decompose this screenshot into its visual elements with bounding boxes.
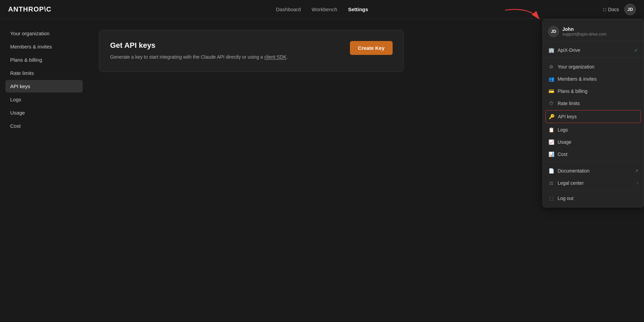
dropdown-avatar: JD bbox=[548, 26, 559, 37]
top-nav: ANTHROP\C Dashboard Workbench Settings □… bbox=[0, 0, 644, 19]
sidebar-item-logs[interactable]: Logs bbox=[5, 93, 83, 106]
dropdown-plans-billing[interactable]: 💳 Plans & billing bbox=[543, 85, 644, 97]
dropdown-nav-section: ⚙ Your organization 👥 Members & invites … bbox=[543, 59, 644, 162]
dropdown-members-label: Members & invites bbox=[558, 76, 597, 82]
dropdown-logout[interactable]: ⬚ Log out bbox=[543, 192, 644, 204]
sidebar-item-plans-billing[interactable]: Plans & billing bbox=[5, 54, 83, 66]
sidebar-item-cost[interactable]: Cost bbox=[5, 120, 83, 132]
building-icon: 🏢 bbox=[548, 47, 554, 53]
dropdown-api-keys[interactable]: 🔑 API keys bbox=[545, 110, 641, 123]
dropdown-logs-label: Logs bbox=[558, 127, 568, 133]
dropdown-user-info: John support@apix-drive.com bbox=[562, 26, 606, 37]
docs-label: Docs bbox=[608, 7, 619, 12]
members-icon: 👥 bbox=[548, 76, 554, 82]
external-link-icon: ↗ bbox=[635, 168, 638, 173]
dropdown-your-organization[interactable]: ⚙ Your organization bbox=[543, 61, 644, 73]
dropdown-rate-limits[interactable]: ⏱ Rate limits bbox=[543, 97, 644, 109]
nav-right: □ Docs JD bbox=[603, 4, 636, 15]
dropdown-logout-label: Log out bbox=[558, 196, 574, 201]
billing-icon: 💳 bbox=[548, 88, 554, 94]
dropdown-menu: JD John support@apix-drive.com 🏢 ApiX-Dr… bbox=[542, 19, 644, 207]
chevron-right-icon: › bbox=[637, 181, 638, 185]
api-card-text: Get API keys Generate a key to start int… bbox=[110, 41, 288, 61]
dropdown-api-keys-label: API keys bbox=[558, 114, 577, 119]
dropdown-members-invites[interactable]: 👥 Members & invites bbox=[543, 73, 644, 85]
api-card-title: Get API keys bbox=[110, 41, 288, 50]
dropdown-rate-label: Rate limits bbox=[558, 101, 580, 106]
sidebar: Your organization Members & invites Plan… bbox=[0, 19, 88, 322]
dropdown-legal-center[interactable]: ⚖ Legal center › bbox=[543, 177, 644, 189]
sidebar-item-api-keys[interactable]: API keys bbox=[5, 80, 83, 93]
sidebar-item-usage[interactable]: Usage bbox=[5, 106, 83, 119]
nav-settings[interactable]: Settings bbox=[348, 6, 368, 12]
docs-button[interactable]: □ Docs bbox=[603, 7, 619, 12]
org-icon: ⚙ bbox=[548, 64, 554, 70]
nav-links: Dashboard Workbench Settings bbox=[276, 6, 368, 12]
dropdown-user-row: JD John support@apix-drive.com bbox=[548, 26, 638, 37]
sidebar-item-your-organization[interactable]: Your organization bbox=[5, 27, 83, 40]
dropdown-logs[interactable]: 📋 Logs bbox=[543, 124, 644, 136]
check-icon: ✓ bbox=[634, 47, 638, 53]
dropdown-org-item[interactable]: 🏢 ApiX-Drive ✓ bbox=[543, 44, 644, 56]
api-keys-card: Get API keys Generate a key to start int… bbox=[99, 30, 404, 72]
cost-icon: 📊 bbox=[548, 151, 554, 157]
dropdown-org-section: 🏢 ApiX-Drive ✓ bbox=[543, 43, 644, 58]
docs-icon: □ bbox=[603, 7, 606, 12]
dropdown-user-section: JD John support@apix-drive.com bbox=[543, 22, 644, 41]
usage-icon: 📈 bbox=[548, 139, 554, 145]
dropdown-cost[interactable]: 📊 Cost bbox=[543, 148, 644, 160]
dropdown-user-name: John bbox=[562, 26, 606, 32]
create-key-button[interactable]: Create Key bbox=[350, 41, 393, 55]
dropdown-documentation-label: Documentation bbox=[558, 168, 589, 174]
dropdown-user-email: support@apix-drive.com bbox=[562, 32, 606, 37]
dropdown-your-org-label: Your organization bbox=[558, 64, 594, 69]
sidebar-item-members-invites[interactable]: Members & invites bbox=[5, 40, 83, 53]
logout-icon: ⬚ bbox=[548, 195, 554, 201]
dropdown-usage-label: Usage bbox=[558, 139, 571, 145]
logs-icon: 📋 bbox=[548, 127, 554, 133]
dropdown-documentation[interactable]: 📄 Documentation ↗ bbox=[543, 165, 644, 177]
avatar[interactable]: JD bbox=[624, 4, 636, 15]
api-card-description: Generate a key to start integrating with… bbox=[110, 53, 288, 61]
rate-icon: ⏱ bbox=[548, 100, 554, 106]
sidebar-item-rate-limits[interactable]: Rate limits bbox=[5, 67, 83, 79]
legal-icon: ⚖ bbox=[548, 180, 554, 186]
nav-dashboard[interactable]: Dashboard bbox=[276, 6, 300, 12]
dropdown-cost-label: Cost bbox=[558, 152, 567, 157]
nav-workbench[interactable]: Workbench bbox=[312, 6, 337, 12]
app-logo: ANTHROP\C bbox=[8, 5, 51, 13]
dropdown-legal-label: Legal center bbox=[558, 180, 584, 186]
dropdown-links-section: 📄 Documentation ↗ ⚖ Legal center › bbox=[543, 163, 644, 191]
dropdown-org-name: ApiX-Drive bbox=[558, 47, 580, 53]
dropdown-plans-label: Plans & billing bbox=[558, 88, 587, 94]
dropdown-usage[interactable]: 📈 Usage bbox=[543, 136, 644, 148]
client-sdk-link[interactable]: client SDK bbox=[264, 54, 286, 60]
key-icon: 🔑 bbox=[548, 114, 555, 120]
doc-icon: 📄 bbox=[548, 168, 554, 174]
